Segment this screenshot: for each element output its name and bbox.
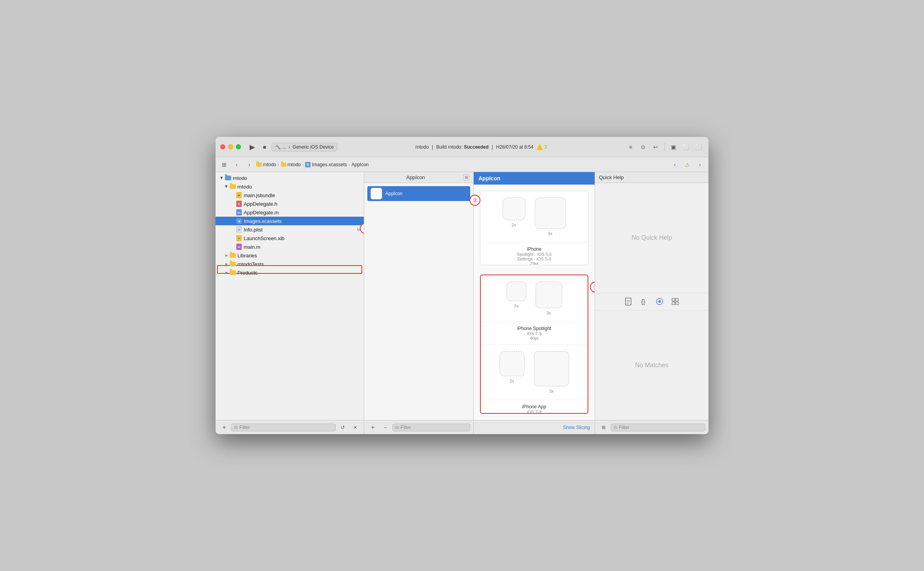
minimize-button[interactable] [228, 144, 233, 149]
warning-badge[interactable]: 3 [537, 144, 547, 150]
sidebar-item-main-m[interactable]: m main.m [216, 242, 364, 251]
expand-arrow-libraries: ▶ [223, 252, 230, 259]
breadcrumb: rntodo › rntodo › ⊞ Images.xcassets › Ap… [256, 162, 668, 167]
sidebar-item-appdelegate-m[interactable]: m AppDelegate.m [216, 208, 364, 217]
utilities-toggle[interactable]: ⬜ [693, 142, 704, 153]
sidebar-label-rntodo-folder: rntodo [237, 184, 252, 190]
sidebar-filter[interactable]: ⊙ Filter [231, 424, 336, 431]
build-date-sep: | [492, 144, 493, 150]
section-subtitle-29pt: 29pt [487, 261, 582, 265]
section-title-iphone: iPhone [487, 246, 582, 252]
breadcrumb-appicon[interactable]: AppIcon [351, 162, 369, 167]
recent-files-button[interactable]: ↺ [337, 422, 348, 433]
breadcrumb-rntodo-group[interactable]: rntodo [281, 162, 301, 167]
folder-icon-2 [281, 163, 286, 167]
titlebar: ▶ ■ 🔨 ... › Generic iOS Device rntodo | … [216, 137, 708, 157]
qh-filter[interactable]: ⊙ Filter [611, 424, 705, 431]
qh-circle-icon-btn[interactable] [655, 297, 664, 306]
debug-button[interactable]: ⊙ [638, 142, 649, 153]
svg-rect-10 [676, 302, 678, 305]
icon-slot-2x-60pt[interactable] [500, 351, 525, 376]
qh-grid-btn[interactable]: ⊞ [598, 422, 609, 433]
asset-filter-icon: ⊙ [395, 425, 399, 430]
breadcrumb-forward[interactable]: › [694, 159, 705, 170]
panel-settings-button[interactable]: ⊞ [463, 174, 469, 181]
sidebar-item-info-plist[interactable]: pl Info.plist M [216, 225, 364, 234]
file-icon-xcassets: ⊞ [236, 218, 242, 224]
scheme-separator: › [289, 144, 290, 150]
sidebar-label-rntodotests: rntodoTests [237, 261, 264, 267]
warning-count: 3 [545, 144, 547, 150]
warning-icon [537, 144, 543, 150]
sidebar-item-launchscreen-xib[interactable]: xi LaunchScreen.xib [216, 234, 364, 242]
icon-slot-3x-29pt[interactable] [535, 198, 566, 229]
icon-scale-3x-60pt: 3x [549, 389, 554, 393]
nav-forward-button[interactable]: › [244, 159, 255, 170]
remove-asset-button[interactable]: − [380, 422, 391, 433]
back-forward-button[interactable]: ↩ [650, 142, 661, 153]
icon-cell-3x-60pt: 3x [534, 351, 569, 393]
section-info-40pt: iPhone Spotlight iOS 7-9 40pt [481, 321, 588, 345]
scheme-selector[interactable]: 🔨 ... › Generic iOS Device [271, 143, 337, 151]
show-slicing-button[interactable]: Show Slicing [563, 425, 590, 430]
editor-title: AppIcon [478, 175, 500, 181]
add-asset-button[interactable]: + [367, 422, 378, 433]
sidebar-label-images-xcassets: Images.xcassets [244, 218, 282, 224]
build-status-value: Succeeded [464, 144, 489, 150]
icon-slot-3x-40pt[interactable] [536, 282, 562, 308]
qh-braces-icon-btn[interactable]: {} [639, 297, 649, 306]
debug-area-toggle[interactable]: ⬜ [680, 142, 691, 153]
breadcrumb-rntodo-root[interactable]: rntodo [256, 162, 276, 167]
sidebar-item-rntodo-root[interactable]: ▶ rntodo [216, 174, 364, 182]
sidebar-item-appdelegate-h[interactable]: h AppDelegate.h [216, 199, 364, 208]
sidebar-item-main-jsbundle[interactable]: js main.jsbundle [216, 191, 364, 199]
qh-doc-icon-btn[interactable] [624, 297, 633, 306]
folder-icon-tests [230, 261, 236, 267]
icon-slot-2x-29pt[interactable] [503, 198, 525, 220]
asset-filter[interactable]: ⊙ Filter [392, 424, 470, 431]
sidebar-item-images-xcassets[interactable]: ⊞ Images.xcassets [216, 217, 364, 225]
close-button[interactable] [220, 144, 225, 149]
sidebar-item-rntodotests[interactable]: ▶ rntodoTests [216, 260, 364, 268]
section-title-spotlight79: iPhone Spotlight [487, 326, 581, 331]
breadcrumb-back[interactable]: ‹ [669, 159, 680, 170]
expand-arrow-products: ▶ [223, 269, 230, 276]
asset-navigator-panel: AppIcon ⊞ ② AppIcon + − ⊙ Filte [364, 172, 474, 434]
sidebar-item-libraries[interactable]: ▶ Libraries [216, 251, 364, 260]
toolbar2: ⊞ ‹ › rntodo › rntodo › ⊞ Images.xcasset… [216, 157, 708, 172]
navigator-toggle[interactable]: ▣ [668, 142, 679, 153]
icon-cell-3x-29pt: 3x [535, 198, 566, 236]
svg-text:{}: {} [641, 298, 645, 305]
filter-options-button[interactable]: ✕ [350, 422, 361, 433]
quickhelp-header: Quick Help [595, 172, 708, 183]
breadcrumb-warning[interactable]: ⚠ [682, 159, 693, 170]
quickhelp-content: No Quick Help {} [595, 183, 708, 420]
qh-grid-icon-btn[interactable] [671, 297, 680, 306]
appicon-item-appicon[interactable]: AppIcon [367, 186, 470, 201]
no-expand-jsbundle [230, 192, 236, 198]
icon-slot-2x-40pt[interactable] [507, 282, 526, 301]
list-view-button[interactable]: ≡ [625, 142, 636, 153]
traffic-lights [220, 144, 241, 149]
section-title-app79: iPhone App [487, 404, 581, 409]
sidebar-item-rntodo-folder[interactable]: ▶ rntodo [216, 182, 364, 191]
icon-grid-row-40pt: 2x 3x [481, 275, 588, 321]
run-button[interactable]: ▶ [247, 143, 257, 151]
icon-slot-3x-60pt[interactable] [534, 351, 569, 386]
no-expand-plist [230, 226, 236, 233]
folder-icon-root [225, 175, 231, 181]
asset-filter-placeholder: Filter [401, 425, 411, 430]
expand-arrow-tests: ▶ [223, 261, 230, 267]
breadcrumb-sep2: › [302, 162, 304, 167]
sidebar-label-info-plist: Info.plist [244, 227, 262, 233]
stop-button[interactable]: ■ [261, 144, 268, 150]
nav-back-button[interactable]: ‹ [231, 159, 242, 170]
sidebar-item-products[interactable]: ▶ Products [216, 268, 364, 277]
fullscreen-button[interactable] [236, 144, 241, 149]
navigator-icon-files[interactable]: ⊞ [219, 159, 230, 170]
breadcrumb-xcassets[interactable]: ⊞ Images.xcassets [305, 162, 347, 167]
xcassets-icon: ⊞ [305, 162, 311, 167]
no-expand-m [230, 209, 236, 215]
folder-icon [256, 162, 262, 167]
add-file-button[interactable]: + [219, 422, 230, 433]
